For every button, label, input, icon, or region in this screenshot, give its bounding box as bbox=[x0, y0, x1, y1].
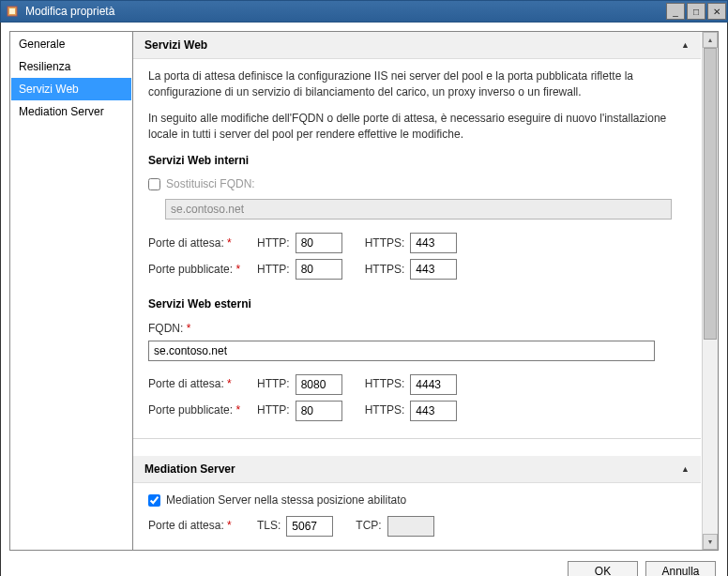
sidebar-item-label: Mediation Server bbox=[19, 105, 104, 118]
cancel-button[interactable]: Annulla bbox=[645, 561, 716, 576]
description-text-1: La porta di attesa definisce la configur… bbox=[148, 68, 686, 101]
https-label: HTTPS: bbox=[365, 376, 405, 392]
http-label: HTTP: bbox=[257, 402, 290, 418]
close-button[interactable]: ✕ bbox=[707, 3, 726, 20]
scrollbar[interactable]: ▴ ▾ bbox=[702, 32, 718, 550]
internal-publish-http-input[interactable] bbox=[296, 259, 342, 280]
https-label: HTTPS: bbox=[365, 402, 405, 418]
tls-label: TLS: bbox=[257, 518, 281, 534]
external-publish-label: Porte pubblicate: * bbox=[148, 402, 248, 418]
https-label: HTTPS: bbox=[365, 262, 405, 278]
section-header-servizi-web[interactable]: Servizi Web ▲ bbox=[133, 32, 701, 59]
sidebar-item-generale[interactable]: Generale bbox=[11, 33, 131, 55]
collocated-mediation-label: Mediation Server nella stessa posizione … bbox=[166, 493, 406, 508]
collapse-icon[interactable]: ▲ bbox=[681, 464, 690, 474]
section-title: Mediation Server bbox=[144, 462, 235, 476]
http-label: HTTP: bbox=[257, 376, 290, 392]
external-listen-https-input[interactable] bbox=[410, 374, 457, 395]
sidebar-item-mediation-server[interactable]: Mediation Server bbox=[11, 100, 131, 123]
http-label: HTTP: bbox=[257, 235, 290, 251]
internal-listen-http-input[interactable] bbox=[296, 233, 342, 253]
mediation-tcp-input bbox=[387, 516, 434, 537]
mediation-tls-input[interactable] bbox=[286, 516, 333, 537]
sidebar-item-label: Resilienza bbox=[19, 60, 70, 73]
internal-publish-https-input[interactable] bbox=[410, 259, 457, 280]
external-listen-label: Porte di attesa: * bbox=[148, 376, 248, 392]
ok-button[interactable]: OK bbox=[568, 561, 638, 576]
svg-rect-1 bbox=[9, 8, 15, 14]
external-listen-http-input[interactable] bbox=[296, 374, 342, 395]
sidebar-item-label: Servizi Web bbox=[19, 83, 79, 96]
override-fqdn-checkbox[interactable] bbox=[148, 178, 160, 190]
internal-listen-https-input[interactable] bbox=[410, 233, 457, 253]
sidebar-item-servizi-web[interactable]: Servizi Web bbox=[11, 78, 131, 100]
section-title: Servizi Web bbox=[144, 38, 207, 52]
external-fqdn-label: FQDN: bbox=[148, 322, 183, 335]
description-text-2: In seguito alle modifiche dell'FQDN o de… bbox=[148, 111, 686, 144]
external-fqdn-input[interactable] bbox=[148, 341, 655, 361]
mediation-listen-label: Porte di attesa: * bbox=[148, 518, 248, 534]
scroll-down-icon[interactable]: ▾ bbox=[703, 534, 718, 550]
internal-listen-label: Porte di attesa: * bbox=[148, 235, 248, 251]
collapse-icon[interactable]: ▲ bbox=[681, 40, 690, 50]
section-header-mediation[interactable]: Mediation Server ▲ bbox=[133, 456, 701, 483]
external-publish-http-input[interactable] bbox=[296, 401, 342, 421]
sidebar-item-label: Generale bbox=[19, 38, 65, 51]
app-icon bbox=[1, 5, 23, 18]
maximize-button[interactable]: □ bbox=[687, 3, 705, 20]
scroll-up-icon[interactable]: ▴ bbox=[703, 32, 718, 48]
sidebar-item-resilienza[interactable]: Resilienza bbox=[11, 55, 131, 78]
heading-internal: Servizi Web interni bbox=[148, 153, 686, 169]
override-fqdn-label: Sostituisci FQDN: bbox=[166, 176, 255, 192]
collocated-mediation-checkbox[interactable] bbox=[148, 494, 160, 507]
content-panel: Servizi Web ▲ La porta di attesa definis… bbox=[133, 31, 719, 551]
window-title: Modifica proprietà bbox=[23, 5, 665, 18]
scroll-thumb[interactable] bbox=[704, 48, 717, 340]
http-label: HTTP: bbox=[257, 262, 290, 278]
titlebar: Modifica proprietà _ □ ✕ bbox=[0, 0, 728, 23]
external-publish-https-input[interactable] bbox=[410, 401, 457, 421]
internal-fqdn-input bbox=[165, 199, 672, 220]
internal-publish-label: Porte pubblicate: * bbox=[148, 262, 248, 278]
heading-external: Servizi Web esterni bbox=[148, 296, 686, 312]
tcp-label: TCP: bbox=[356, 518, 381, 534]
https-label: HTTPS: bbox=[365, 235, 405, 251]
nav-sidebar: Generale Resilienza Servizi Web Mediatio… bbox=[9, 31, 133, 551]
minimize-button[interactable]: _ bbox=[666, 3, 685, 20]
